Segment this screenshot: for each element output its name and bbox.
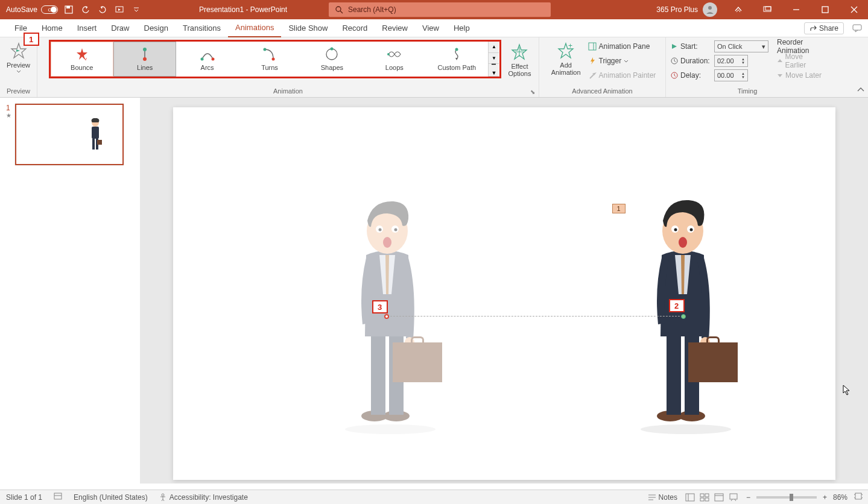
start-play-icon [671,43,678,50]
delay-clock-icon [671,72,678,79]
collapse-ribbon-button[interactable] [856,85,866,95]
animation-order-tag[interactable]: 1 [612,204,626,213]
window-title: Presentation1 - PowerPoint [199,5,287,14]
search-input[interactable]: Search (Alt+Q) [329,2,551,17]
svg-rect-64 [686,494,694,501]
tab-draw[interactable]: Draw [104,19,136,37]
svg-point-6 [708,6,712,10]
gallery-scroll-down[interactable]: ▼ [489,53,499,65]
motion-path-line[interactable] [387,316,683,317]
svg-rect-49 [667,333,681,415]
svg-rect-58 [54,493,62,499]
thumbnail-number: 1 [6,104,11,112]
group-label-animation: Animation [40,86,536,96]
motion-end-point[interactable] [384,314,389,319]
zoom-in-button[interactable]: + [823,493,827,502]
slide-sorter-button[interactable] [698,492,711,503]
maximize-button[interactable] [811,0,839,19]
gallery-item-loops[interactable]: Loops [364,42,426,77]
animation-dialog-launcher[interactable]: ⬊ [530,89,537,96]
share-button[interactable]: Share [804,22,844,34]
mouse-cursor [843,385,851,397]
slide-canvas[interactable]: 1 2 3 [173,107,835,480]
duration-label: Duration: [680,57,712,65]
language-indicator[interactable]: English (United States) [74,493,148,502]
add-animation-star-icon: + [556,41,575,60]
zoom-level[interactable]: 86% [833,493,847,502]
svg-point-54 [674,228,677,232]
undo-icon[interactable] [80,4,92,16]
tab-animations[interactable]: Animations [228,19,281,37]
trigger-button[interactable]: Trigger [588,54,656,68]
coming-soon-icon[interactable] [724,0,752,19]
tab-review[interactable]: Review [375,19,415,37]
slide-counter[interactable]: Slide 1 of 1 [6,493,42,502]
start-dropdown[interactable]: On Click▾ [714,40,768,52]
slide-editor[interactable]: 1 2 3 [140,98,868,484]
gallery-item-lines[interactable]: Lines [113,42,176,77]
loops-path-icon [386,47,403,61]
slideshow-view-button[interactable] [727,492,740,503]
businessman-object[interactable] [632,198,740,427]
accessibility-button[interactable]: Accessibility: Investigate [159,493,248,502]
tab-transitions[interactable]: Transitions [176,19,228,37]
tab-design[interactable]: Design [137,19,176,37]
duration-input[interactable]: 02.00▲▼ [714,55,748,67]
normal-view-button[interactable] [683,492,697,503]
tab-help[interactable]: Help [446,19,477,37]
reading-view-button[interactable] [712,492,726,503]
gallery-item-custom-path[interactable]: Custom Path [426,42,488,77]
svg-point-17 [143,57,147,61]
zoom-slider[interactable] [756,496,817,499]
svg-point-22 [326,49,337,60]
svg-rect-33 [92,139,95,150]
minimize-button[interactable] [782,0,810,19]
slide-thumbnail-1[interactable] [15,104,124,165]
svg-text:+: + [568,42,572,50]
animation-gallery[interactable]: v Bounce Lines Arcs Turns Shapes [49,40,501,78]
user-avatar[interactable] [703,2,717,17]
gallery-scroll-up[interactable]: ▲ [489,42,499,53]
start-label: Start: [680,42,712,51]
fit-to-window-button[interactable] [854,492,863,502]
gallery-item-turns[interactable]: Turns [239,42,301,77]
gallery-expand[interactable]: ▔▼ [489,64,499,77]
save-icon[interactable] [63,4,75,16]
svg-rect-1 [66,6,70,8]
annotation-marker-3: 3 [372,300,388,313]
arcs-path-icon [199,47,216,61]
svg-point-57 [679,237,687,248]
gallery-item-shapes[interactable]: Shapes [301,42,363,77]
gallery-scrollbar: ▲ ▼ ▔▼ [488,42,499,77]
tab-home[interactable]: Home [34,19,70,37]
spell-check-icon[interactable] [53,492,63,502]
qat-more-icon[interactable] [130,4,142,16]
gallery-item-bounce[interactable]: v Bounce [51,42,113,77]
start-from-beginning-icon[interactable] [113,4,125,16]
share-icon [809,25,817,32]
animation-pane-button[interactable]: Animation Pane [588,40,656,53]
effect-options-button[interactable]: Effect Options [504,40,536,80]
redo-icon[interactable] [97,4,109,16]
autosave-toggle[interactable]: AutoSave Off [6,5,58,14]
svg-rect-13 [853,25,861,30]
effect-options-star-icon [510,42,529,61]
display-options-icon[interactable] [753,0,781,19]
add-animation-button[interactable]: + Add Animation [546,39,586,78]
comments-button[interactable] [850,22,864,34]
close-button[interactable] [840,0,868,19]
motion-start-point[interactable] [681,314,686,319]
svg-rect-7 [764,7,771,11]
tab-view[interactable]: View [415,19,446,37]
svg-point-24 [387,53,390,55]
svg-rect-35 [97,140,102,145]
notes-button[interactable]: Notes [648,493,677,502]
bounce-star-icon: v [74,47,90,61]
tab-insert[interactable]: Insert [70,19,104,37]
gallery-item-arcs[interactable]: Arcs [176,42,238,77]
delay-input[interactable]: 00.00▲▼ [714,69,748,81]
tab-record[interactable]: Record [335,19,375,37]
briefcase-ghost [393,342,442,382]
tab-slideshow[interactable]: Slide Show [281,19,335,37]
zoom-out-button[interactable]: − [746,493,750,502]
